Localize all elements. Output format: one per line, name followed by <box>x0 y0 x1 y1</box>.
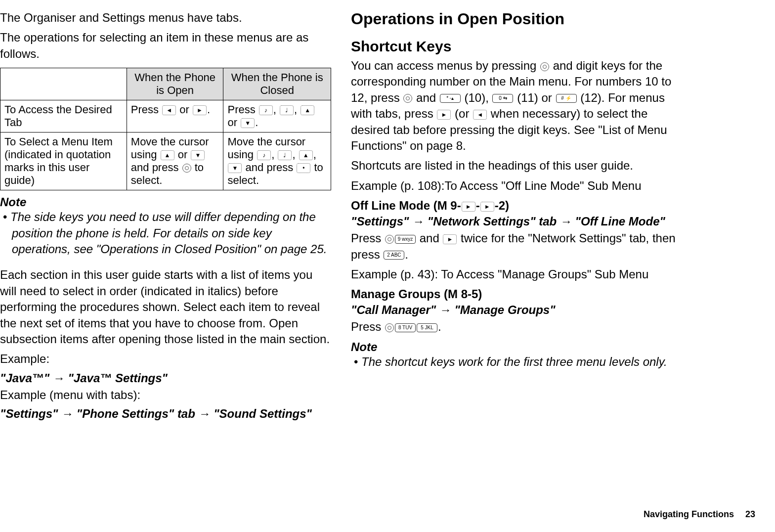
table-header-open: When the Phone is Open <box>127 68 223 100</box>
hash-key-icon: # ⚡ <box>556 94 577 103</box>
center-key-icon <box>182 164 191 173</box>
up-key-icon: ▲ <box>301 105 314 115</box>
manage-groups-path: "Call Manager" → "Manage Groups" <box>351 303 687 317</box>
down-key-icon: ▼ <box>228 163 242 173</box>
table-row: To Access the Desired Tab Press ◄ or ►. … <box>0 100 331 133</box>
example-settings: "Settings" → "Phone Settings" tab → "Sou… <box>0 407 331 421</box>
intro-text-1: The Organiser and Settings menus have ta… <box>0 10 331 26</box>
center-key-icon <box>540 62 549 71</box>
operations-table: When the Phone is Open When the Phone is… <box>0 68 331 190</box>
right-key-icon: ► <box>443 234 457 244</box>
note-heading: Note <box>351 340 687 354</box>
note-body: The side keys you need to use will diffe… <box>0 209 331 257</box>
offline-mode-path: "Settings" → "Network Settings" tab → "O… <box>351 215 687 228</box>
two-key-icon: 2 ABC <box>384 251 404 260</box>
manage-groups-instructions: Press 8 TUV5 JKL. <box>351 319 687 335</box>
zero-key-icon: 0 ⇆ <box>492 94 513 103</box>
shortcut-description: You can access menus by pressing and dig… <box>351 58 687 154</box>
page-footer: Navigating Functions 23 <box>644 509 755 520</box>
manage-groups-heading: Manage Groups (M 8-5) <box>351 287 687 301</box>
intro-text-2: The operations for selecting an item in … <box>0 30 331 62</box>
offline-instructions: Press 9 wxyz and ► twice for the "Networ… <box>351 230 687 263</box>
up-key-icon: ▲ <box>299 150 313 160</box>
row1-label: To Access the Desired Tab <box>0 100 127 133</box>
row2-open: Move the cursor using ▲ or ▼ and press t… <box>127 133 223 190</box>
side-key-icon: ♪ <box>259 105 273 115</box>
right-key-icon: ► <box>462 202 475 212</box>
example-tabs-label: Example (menu with tabs): <box>0 387 331 403</box>
up-key-icon: ▲ <box>161 150 174 160</box>
row1-open: Press ◄ or ►. <box>127 100 223 133</box>
table-row: To Select a Menu Item (indicated in quot… <box>0 133 331 190</box>
example-label: Example: <box>0 351 331 367</box>
center-key-icon <box>403 94 412 103</box>
center-key-icon <box>385 323 394 332</box>
star-key-icon: * ◦▴ <box>440 94 461 103</box>
right-key-icon: ► <box>437 110 451 120</box>
offline-mode-heading: Off Line Mode (M 9-►-►-2) <box>351 199 687 213</box>
example-43: Example (p. 43): To Access "Manage Group… <box>351 266 687 282</box>
row2-label: To Select a Menu Item (indicated in quot… <box>0 133 127 190</box>
note-heading: Note <box>0 195 331 209</box>
table-header-closed: When the Phone is Closed <box>223 68 331 100</box>
dot-key-icon: • <box>297 163 310 173</box>
left-key-icon: ◄ <box>162 105 176 115</box>
footer-title: Navigating Functions <box>644 509 734 519</box>
side-key-icon: ♪ <box>257 150 271 160</box>
row2-closed: Move the cursor using ♪, ♩, ▲, ▼ and pre… <box>223 133 331 190</box>
nine-key-icon: 9 wxyz <box>395 235 416 244</box>
note-body: The shortcut keys work for the first thr… <box>351 354 687 370</box>
eight-key-icon: 8 TUV <box>395 323 416 332</box>
shortcuts-listed: Shortcuts are listed in the headings of … <box>351 158 687 174</box>
example-java: "Java™" → "Java™ Settings" <box>0 371 331 385</box>
right-key-icon: ► <box>193 105 207 115</box>
down-key-icon: ▼ <box>241 118 255 128</box>
side-key-icon: ♩ <box>280 105 294 115</box>
table-header-empty <box>0 68 127 100</box>
right-key-icon: ► <box>480 202 494 212</box>
side-key-icon: ♩ <box>278 150 292 160</box>
row1-closed: Press ♪, ♩, ▲ or ▼. <box>223 100 331 133</box>
guide-paragraph: Each section in this user guide starts w… <box>0 267 331 347</box>
example-108: Example (p. 108):To Access "Off Line Mod… <box>351 178 687 194</box>
five-key-icon: 5 JKL <box>417 323 437 332</box>
footer-page-number: 23 <box>745 509 755 519</box>
shortcut-keys-heading: Shortcut Keys <box>351 38 687 55</box>
left-key-icon: ◄ <box>473 110 487 120</box>
down-key-icon: ▼ <box>191 150 205 160</box>
center-key-icon <box>385 235 394 244</box>
page-title: Operations in Open Position <box>351 10 687 28</box>
